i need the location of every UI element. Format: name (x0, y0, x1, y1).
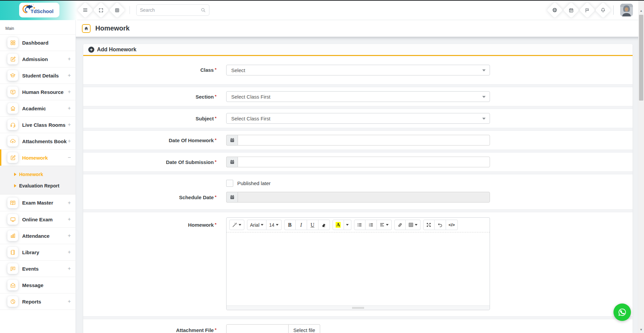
expand-plus-icon[interactable]: + (68, 72, 71, 78)
unordered-list-button[interactable] (354, 220, 365, 230)
pie-chart-icon (7, 296, 18, 307)
sidebar-item-human-resource[interactable]: Human Resource + (0, 84, 76, 100)
expand-plus-icon[interactable]: + (68, 266, 71, 272)
calendar-icon (230, 195, 235, 200)
sidebar-item-academic[interactable]: Academic + (0, 100, 76, 116)
flag-button[interactable] (582, 4, 593, 16)
form-row-homework: Homework* Arial 14 B I (83, 212, 633, 316)
calendar-icon (569, 8, 574, 13)
brand-logo[interactable]: TdSchool (19, 3, 59, 17)
section-select[interactable]: Select Class First (226, 91, 490, 102)
expand-plus-icon[interactable]: + (68, 56, 71, 62)
submenu-item-homework[interactable]: Homework (0, 169, 76, 180)
fullscreen-button[interactable] (95, 4, 107, 16)
chevron-down-icon (239, 224, 241, 226)
sidebar-item-library[interactable]: Library + (0, 244, 76, 260)
sidebar-item-message[interactable]: Message (0, 277, 76, 293)
sidebar-item-online-exam[interactable]: Online Exam + (0, 211, 76, 227)
font-family-button[interactable]: Arial (247, 220, 266, 230)
notifications-button[interactable] (597, 4, 609, 16)
editor-statusbar[interactable] (227, 306, 490, 310)
sidebar-item-attachments-book[interactable]: Attachments Book + (0, 133, 76, 149)
expand-plus-icon[interactable]: + (68, 298, 71, 304)
attachment-file-input[interactable] (226, 324, 289, 333)
style-magic-button[interactable] (229, 220, 244, 230)
window-top-edge (0, 0, 644, 1)
undo-button[interactable] (435, 220, 446, 230)
font-color-button[interactable]: A (333, 220, 344, 230)
scrollbar-up-arrow[interactable]: ▲ (638, 8, 644, 13)
chevron-down-icon (482, 69, 486, 71)
topbar-divider (613, 5, 614, 15)
published-later-checkbox[interactable] (226, 180, 233, 187)
submenu-item-evaluation-report[interactable]: Evaluation Report (0, 180, 76, 191)
bold-button[interactable]: B (284, 220, 296, 230)
date-of-homework-input[interactable] (238, 135, 490, 146)
breadcrumb: Homework (76, 20, 638, 37)
underline-button[interactable]: U (307, 220, 318, 230)
user-avatar[interactable] (620, 4, 633, 16)
subject-select[interactable]: Select Class First (226, 113, 490, 124)
cloud-upload-icon (7, 136, 18, 147)
paragraph-align-button[interactable] (377, 220, 392, 230)
clear-format-button[interactable] (318, 220, 330, 230)
whatsapp-button[interactable] (613, 303, 631, 321)
page-title: Homework (95, 24, 130, 32)
homework-label: Homework* (83, 217, 216, 228)
edit-icon (7, 152, 18, 163)
sidebar-item-attendance[interactable]: Attendance + (0, 227, 76, 244)
sidebar-item-live-class-rooms[interactable]: Live Class Rooms + (0, 116, 76, 133)
grad-cap-icon (7, 70, 18, 81)
search-input[interactable] (140, 7, 201, 13)
collapse-minus-icon[interactable]: − (68, 155, 71, 161)
content-area: + Add Homework Class* Select Section* Se… (76, 37, 638, 333)
select-file-button[interactable]: Select file (289, 324, 320, 333)
open-book-icon (7, 198, 18, 208)
sidebar-section-label: Main (0, 20, 76, 34)
sidebar-item-events[interactable]: Events + (0, 260, 76, 277)
editor-content-area[interactable] (227, 232, 490, 306)
expand-plus-icon[interactable]: + (68, 89, 71, 95)
font-size-button[interactable]: 14 (266, 220, 282, 230)
grid-menu-button[interactable] (111, 4, 123, 16)
fullscreen-editor-button[interactable] (423, 220, 435, 230)
expand-plus-icon[interactable]: + (68, 233, 71, 239)
schedule-date-input[interactable] (238, 192, 490, 203)
expand-plus-icon[interactable]: + (68, 216, 71, 222)
required-asterisk: * (215, 327, 216, 332)
edit-icon (7, 54, 18, 64)
scrollbar-thumb[interactable] (639, 15, 643, 101)
code-view-button[interactable]: </> (446, 220, 458, 230)
insert-link-button[interactable] (394, 220, 406, 230)
expand-plus-icon[interactable]: + (68, 105, 71, 111)
search-box[interactable] (136, 4, 209, 16)
expand-plus-icon[interactable]: + (68, 122, 71, 128)
chevron-down-icon (386, 224, 389, 226)
sidebar-item-admission[interactable]: Admission + (0, 51, 76, 67)
grid-icon (115, 8, 120, 13)
sidebar-item-student-details[interactable]: Student Details + (0, 67, 76, 84)
class-select[interactable]: Select (226, 65, 490, 75)
section-label: Section* (83, 94, 216, 100)
menu-toggle-button[interactable] (80, 4, 91, 16)
expand-plus-icon[interactable]: + (68, 138, 71, 144)
insert-table-button[interactable] (406, 220, 420, 230)
expand-plus-icon[interactable]: + (68, 249, 71, 255)
breadcrumb-home-button[interactable] (82, 24, 91, 33)
sidebar-item-dashboard[interactable]: Dashboard (0, 34, 76, 51)
form-row-schedule: Published later Schedule Date* (83, 174, 633, 209)
sidebar-item-reports[interactable]: Reports + (0, 293, 76, 310)
ordered-list-button[interactable]: 123 (365, 220, 377, 230)
chevron-down-icon (346, 224, 349, 226)
undo-icon (438, 222, 443, 227)
expand-plus-icon[interactable]: + (68, 200, 71, 206)
sidebar-item-homework[interactable]: Homework − (0, 149, 76, 166)
italic-button[interactable]: I (296, 220, 307, 230)
menu-icon (83, 7, 88, 13)
sidebar-item-exam-master[interactable]: Exam Master + (0, 195, 76, 211)
scrollbar-down-arrow[interactable]: ▼ (638, 327, 644, 332)
date-of-submission-input[interactable] (238, 157, 490, 167)
font-color-dropdown[interactable] (344, 220, 351, 230)
calendar-button[interactable] (565, 4, 577, 16)
language-button[interactable] (549, 4, 560, 16)
